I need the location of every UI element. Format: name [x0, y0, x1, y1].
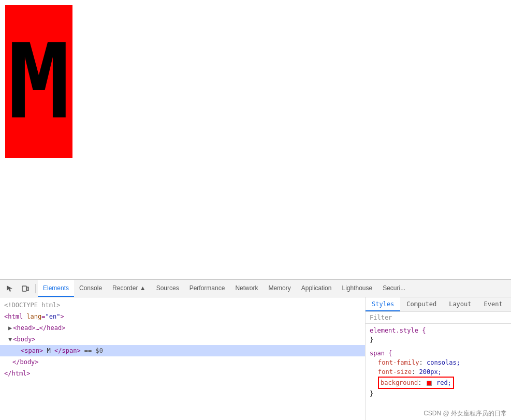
watermark: CSDN @ 外女座程序员的日常	[424, 409, 507, 418]
devtools-panel: Elements Console Recorder ▲ Sources Perf…	[0, 279, 511, 420]
preview-area: M	[0, 0, 511, 279]
tab-computed[interactable]: Computed	[400, 297, 443, 311]
devtools-tab-list: Elements Console Recorder ▲ Sources Perf…	[38, 280, 411, 297]
styles-panel: Styles Computed Layout Event Filter elem…	[366, 297, 511, 420]
tab-layout[interactable]: Layout	[443, 297, 477, 311]
svg-rect-1	[27, 287, 28, 291]
style-prop-background: background: red;	[370, 377, 507, 389]
tab-network[interactable]: Network	[230, 280, 263, 297]
tab-application[interactable]: Application	[296, 280, 337, 297]
color-swatch-red[interactable]	[427, 381, 432, 386]
tab-sources[interactable]: Sources	[151, 280, 184, 297]
tab-console[interactable]: Console	[74, 280, 107, 297]
devtools-content: <!DOCTYPE html> <html lang="en"> ▶<head>…	[0, 297, 511, 420]
html-line-html: <html lang="en">	[0, 311, 365, 322]
m-letter: M	[8, 30, 70, 133]
styles-content: element.style { } span { font-family: co…	[366, 324, 511, 420]
html-line-html-close: </html>	[0, 368, 365, 379]
html-line-span[interactable]: <span> M </span> == $0	[0, 345, 365, 356]
tab-elements[interactable]: Elements	[38, 280, 74, 297]
tab-security[interactable]: Securi...	[377, 280, 411, 297]
html-line-doctype: <!DOCTYPE html>	[0, 299, 365, 311]
red-background-box: M	[5, 5, 72, 158]
background-highlighted: background: red;	[378, 377, 454, 389]
style-rule-span: span { font-family: consolas; font-size:…	[370, 349, 507, 398]
html-panel: <!DOCTYPE html> <html lang="en"> ▶<head>…	[0, 297, 366, 420]
style-rule-element: element.style { }	[370, 326, 507, 344]
toolbar-divider	[35, 284, 36, 293]
svg-rect-0	[22, 286, 26, 291]
style-selector-span: span {	[370, 349, 507, 358]
html-line-head[interactable]: ▶<head>…</head>	[0, 322, 365, 334]
style-prop-font-family: font-family: consolas;	[370, 358, 507, 367]
html-line-body-close: </body>	[0, 356, 365, 368]
tab-recorder[interactable]: Recorder ▲	[107, 280, 151, 297]
tab-event[interactable]: Event	[478, 297, 509, 311]
filter-bar: Filter	[366, 312, 511, 324]
style-prop-font-size: font-size: 200px;	[370, 367, 507, 377]
tab-memory[interactable]: Memory	[263, 280, 296, 297]
tab-performance[interactable]: Performance	[184, 280, 230, 297]
styles-tab-list: Styles Computed Layout Event	[366, 297, 511, 312]
inspect-icon[interactable]	[3, 282, 17, 295]
style-close-element: }	[370, 335, 507, 344]
filter-label: Filter	[370, 314, 392, 321]
style-close-span: }	[370, 389, 507, 398]
style-selector-element: element.style {	[370, 326, 507, 335]
html-line-body-open[interactable]: ▼<body>	[0, 334, 365, 345]
tab-lighthouse[interactable]: Lighthouse	[337, 280, 377, 297]
tab-styles[interactable]: Styles	[366, 297, 400, 311]
device-toggle-icon[interactable]	[19, 282, 32, 295]
devtools-toolbar: Elements Console Recorder ▲ Sources Perf…	[0, 280, 511, 297]
